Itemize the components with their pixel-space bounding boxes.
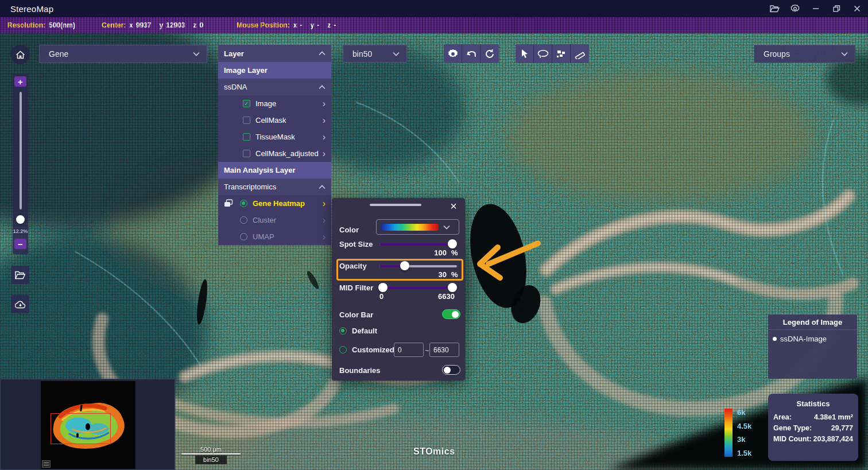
customized-max-input[interactable] bbox=[429, 343, 459, 357]
center-z-value: 0 bbox=[199, 21, 203, 29]
bin-size-dropdown-label: bin50 bbox=[352, 49, 372, 59]
cursor-arrow-icon bbox=[520, 49, 529, 59]
zoom-slider-track[interactable] bbox=[20, 92, 22, 209]
default-radio[interactable] bbox=[339, 327, 347, 335]
center-x-value: 9937 bbox=[136, 21, 152, 29]
gene-heatmap-radio[interactable] bbox=[240, 200, 247, 207]
color-bar-label: Color Bar bbox=[339, 310, 373, 319]
mouse-x-value: - bbox=[300, 21, 303, 29]
chevron-right-icon: › bbox=[323, 232, 326, 242]
restore-icon[interactable] bbox=[830, 2, 843, 15]
settings-gear-icon[interactable] bbox=[789, 2, 801, 15]
layer-row-cellmask-adjusted[interactable]: CellMask_adjusted › bbox=[218, 145, 331, 162]
minimap-viewport-rect[interactable] bbox=[51, 413, 111, 444]
settings-tool-button[interactable] bbox=[444, 44, 462, 63]
stat-label: Gene Type: bbox=[773, 424, 812, 432]
mid-filter-min-value: 0 bbox=[379, 292, 383, 301]
mouse-z-axis: z bbox=[327, 21, 331, 29]
home-button[interactable] bbox=[10, 45, 30, 64]
cellmask-adjusted-checkbox[interactable] bbox=[243, 150, 250, 157]
transcriptomics-group-header[interactable]: Transcriptomics bbox=[218, 178, 331, 195]
lasso-tool-button[interactable] bbox=[534, 44, 552, 63]
open-folder-button[interactable] bbox=[11, 266, 29, 284]
legend-item[interactable]: ssDNA-Image bbox=[768, 330, 857, 343]
scale-line bbox=[181, 453, 241, 455]
layer-row-cellmask[interactable]: CellMask › bbox=[218, 112, 331, 129]
customized-radio[interactable] bbox=[339, 346, 347, 354]
undo-tool-button[interactable] bbox=[462, 44, 480, 63]
legend-of-image-panel: Legend of Image ssDNA-Image bbox=[768, 314, 857, 379]
stat-label: MID Count: bbox=[773, 435, 812, 443]
default-option[interactable]: Default bbox=[339, 327, 377, 335]
colorbar-tick: 1.5k bbox=[737, 449, 760, 457]
export-button[interactable] bbox=[11, 295, 29, 313]
image-layer-section-header[interactable]: Image Layer bbox=[218, 62, 331, 79]
stat-row-gene-type: Gene Type: 29,777 bbox=[773, 424, 853, 432]
groups-dropdown[interactable]: Groups bbox=[754, 45, 855, 63]
legend-title: Legend of Image bbox=[768, 314, 857, 330]
popup-close-icon[interactable]: × bbox=[448, 200, 459, 212]
chevron-right-icon[interactable]: › bbox=[323, 199, 326, 208]
colormap-dropdown[interactable] bbox=[376, 219, 459, 235]
scale-bin-label: bin50 bbox=[195, 456, 227, 464]
layer-row-umap[interactable]: UMAP › bbox=[218, 228, 331, 245]
mid-filter-min-handle[interactable] bbox=[378, 283, 388, 292]
select-tool-button[interactable] bbox=[516, 44, 534, 63]
window-controls bbox=[768, 0, 863, 17]
measure-tool-button[interactable] bbox=[571, 44, 589, 63]
layer-row-tissuemask[interactable]: TissueMask › bbox=[218, 129, 331, 145]
spot-size-slider-handle[interactable] bbox=[448, 239, 457, 248]
center-label: Center: bbox=[102, 21, 126, 29]
stat-label: Area: bbox=[773, 413, 792, 421]
zoom-slider-handle[interactable] bbox=[16, 215, 25, 224]
edit-tools-group bbox=[516, 44, 589, 63]
boundaries-toggle[interactable] bbox=[442, 365, 460, 375]
minimize-icon[interactable] bbox=[809, 2, 822, 15]
mouse-y-axis: y bbox=[311, 21, 315, 29]
ssdna-group-header[interactable]: ssDNA bbox=[218, 79, 331, 95]
close-icon[interactable] bbox=[851, 2, 863, 15]
layer-panel-title: Layer bbox=[224, 49, 244, 58]
chevron-right-icon[interactable]: › bbox=[323, 149, 326, 158]
gene-dropdown[interactable]: Gene bbox=[39, 45, 207, 63]
color-bar-toggle[interactable] bbox=[442, 309, 460, 319]
folder-icon bbox=[15, 271, 25, 279]
umap-radio[interactable] bbox=[240, 233, 247, 240]
chevron-right-icon[interactable]: › bbox=[323, 99, 326, 108]
layer-row-image[interactable]: ✓ Image › bbox=[218, 95, 331, 112]
scale-distance-label: 500 μm bbox=[178, 446, 244, 453]
colorbar-tick: 3k bbox=[737, 436, 760, 443]
spot-size-slider[interactable] bbox=[379, 239, 457, 248]
center-y-value: 12903 bbox=[166, 21, 185, 29]
mid-filter-label: MID Filter bbox=[339, 283, 373, 292]
zoom-out-button[interactable]: − bbox=[14, 239, 26, 249]
refresh-tool-button[interactable] bbox=[480, 44, 499, 63]
cluster-radio[interactable] bbox=[240, 216, 247, 224]
layer-panel-header[interactable]: Layer bbox=[218, 45, 331, 62]
ssdna-header-label: ssDNA bbox=[224, 83, 247, 91]
mouse-position-readout: Mouse Position: x- y- z- bbox=[237, 21, 344, 29]
zoom-in-button[interactable]: + bbox=[14, 76, 26, 87]
chevron-right-icon[interactable]: › bbox=[323, 133, 326, 142]
chevron-right-icon[interactable]: › bbox=[323, 116, 326, 125]
spot-size-label: Spot Size bbox=[339, 240, 373, 248]
layer-row-gene-heatmap[interactable]: Gene Heatmap › bbox=[218, 195, 331, 212]
mid-filter-range-slider[interactable] bbox=[379, 283, 457, 292]
refresh-icon bbox=[485, 49, 495, 59]
grouping-icon bbox=[556, 49, 566, 59]
overview-minimap[interactable] bbox=[0, 379, 175, 470]
cellmask-checkbox[interactable] bbox=[243, 116, 250, 124]
customized-min-input[interactable] bbox=[394, 343, 424, 357]
open-file-icon[interactable] bbox=[768, 2, 781, 15]
bin-size-dropdown[interactable]: bin50 bbox=[343, 45, 407, 63]
image-checkbox[interactable]: ✓ bbox=[243, 100, 250, 107]
layer-row-cluster[interactable]: Cluster › bbox=[218, 212, 331, 228]
tissuemask-checkbox[interactable] bbox=[243, 133, 250, 141]
main-analysis-section-header[interactable]: Main Analysis Layer bbox=[218, 162, 331, 178]
customized-option[interactable]: Customized bbox=[339, 345, 394, 354]
layer-label: Gene Heatmap bbox=[253, 199, 305, 208]
popup-drag-handle[interactable] bbox=[370, 204, 421, 206]
layer-label: CellMask_adjusted bbox=[255, 149, 319, 158]
multi-select-tool-button[interactable] bbox=[552, 44, 571, 63]
mid-filter-max-handle[interactable] bbox=[448, 283, 457, 292]
